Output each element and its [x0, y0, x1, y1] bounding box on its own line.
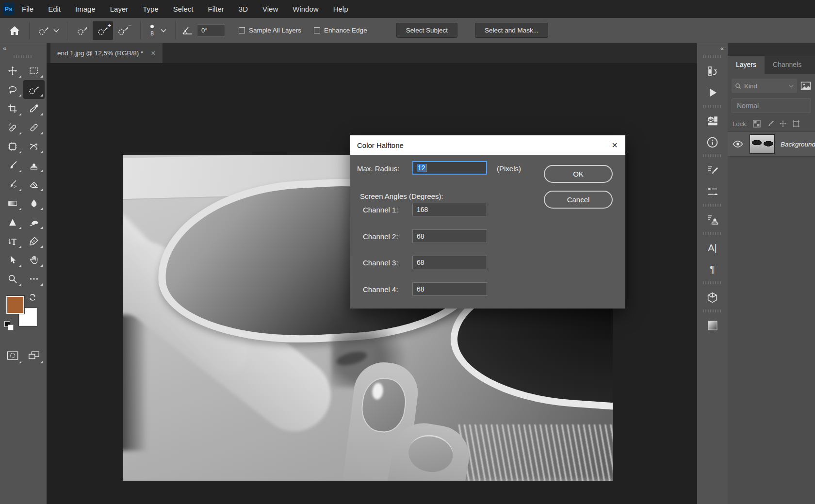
tab-channels[interactable]: Channels: [765, 56, 810, 74]
panel-grip[interactable]: [703, 309, 722, 312]
eyedropper-tool[interactable]: [23, 99, 45, 118]
menu-filter[interactable]: Filter: [201, 0, 231, 18]
panel-grip[interactable]: [703, 55, 722, 58]
channel-2-input[interactable]: 68: [412, 229, 487, 243]
healing-brush-tool[interactable]: [23, 118, 45, 137]
menu-3d[interactable]: 3D: [231, 0, 255, 18]
remove-tool[interactable]: [2, 137, 23, 156]
selection-brush-tool[interactable]: [23, 80, 45, 99]
panel-grip[interactable]: [14, 55, 33, 58]
spot-healing-brush-tool[interactable]: [2, 118, 23, 137]
enhance-edge-label: Enhance Edge: [324, 27, 367, 34]
menu-edit[interactable]: Edit: [41, 0, 68, 18]
content-aware-move-tool[interactable]: [23, 137, 45, 156]
blend-mode-dropdown[interactable]: Normal: [732, 98, 811, 113]
move-tool[interactable]: [2, 61, 23, 80]
cancel-button[interactable]: Cancel: [544, 191, 613, 209]
hand-tool[interactable]: [23, 250, 45, 269]
brush-settings-panel-icon[interactable]: [702, 160, 723, 180]
3d-panel-icon[interactable]: [702, 287, 723, 308]
max-radius-input[interactable]: 12: [412, 161, 487, 175]
clone-source-panel-icon[interactable]: [702, 210, 723, 230]
brush-tool[interactable]: [2, 156, 23, 175]
brushes-panel-icon[interactable]: [702, 181, 723, 202]
foreground-color-swatch[interactable]: [6, 296, 24, 314]
lock-image-brush-icon[interactable]: [766, 120, 774, 128]
menu-window[interactable]: Window: [285, 0, 326, 18]
rectangular-marquee-tool[interactable]: [23, 61, 45, 80]
home-icon[interactable]: [9, 25, 20, 36]
sample-all-layers-checkbox[interactable]: Sample All Layers: [239, 27, 301, 34]
document-tab[interactable]: end 1.jpg @ 12,5% (RGB/8) * ×: [50, 43, 163, 63]
gradients-panel-icon[interactable]: [702, 315, 723, 336]
clone-stamp-tool[interactable]: [23, 156, 45, 175]
character-panel-icon[interactable]: A|: [702, 238, 723, 258]
zoom-tool[interactable]: [2, 269, 23, 288]
layer-filter-kind-box[interactable]: Kind: [732, 79, 797, 93]
filter-pixel-layers-icon[interactable]: [800, 81, 811, 90]
lock-position-icon[interactable]: [779, 120, 787, 128]
menu-view[interactable]: View: [255, 0, 285, 18]
lasso-tool[interactable]: [2, 80, 23, 99]
layer-name[interactable]: Background: [781, 141, 815, 148]
lock-artboard-icon[interactable]: [792, 120, 800, 128]
new-selection-mode-button[interactable]: [72, 21, 93, 40]
panel-grip[interactable]: [703, 281, 722, 284]
dialog-title-bar[interactable]: Color Halftone ×: [350, 135, 625, 155]
collapse-tools-icon[interactable]: «: [0, 43, 47, 53]
dialog-close-icon[interactable]: ×: [612, 140, 618, 150]
menu-image[interactable]: Image: [68, 0, 103, 18]
history-panel-icon[interactable]: [702, 61, 723, 81]
path-selection-tool[interactable]: [2, 250, 23, 269]
panel-grip[interactable]: [703, 154, 722, 157]
quick-mask-mode-button[interactable]: [2, 345, 23, 366]
layer-visibility-eye-icon[interactable]: [733, 140, 743, 148]
menu-type[interactable]: Type: [135, 0, 166, 18]
select-subject-button[interactable]: Select Subject: [396, 23, 457, 38]
menu-select[interactable]: Select: [166, 0, 201, 18]
menu-layer[interactable]: Layer: [103, 0, 136, 18]
enhance-edge-checkbox[interactable]: Enhance Edge: [314, 27, 367, 34]
eraser-tool[interactable]: [23, 175, 45, 194]
swap-colors-icon[interactable]: [28, 293, 37, 302]
menu-file[interactable]: File: [15, 0, 41, 18]
collapse-dock-icon[interactable]: «: [697, 43, 728, 53]
default-colors-icon[interactable]: [4, 321, 15, 332]
photo-left-shadow: [123, 315, 148, 451]
brush-size-preview[interactable]: 8: [150, 25, 154, 36]
layer-row-background[interactable]: Background: [728, 131, 815, 157]
panel-grip[interactable]: [703, 105, 722, 108]
brush-size-chevron-icon[interactable]: [161, 29, 166, 33]
pen-tool[interactable]: [23, 231, 45, 250]
channel-1-input[interactable]: 168: [412, 203, 487, 216]
layer-thumbnail[interactable]: [750, 134, 775, 154]
tab-close-icon[interactable]: ×: [151, 49, 155, 58]
menu-help[interactable]: Help: [326, 0, 356, 18]
mixer-brush-tool[interactable]: [2, 175, 23, 194]
tab-layers[interactable]: Layers: [728, 56, 765, 74]
panel-grip[interactable]: [703, 204, 722, 207]
selection-brush-preset-icon[interactable]: [37, 25, 50, 36]
channel-3-input[interactable]: 68: [412, 256, 487, 269]
screen-mode-button[interactable]: [23, 345, 45, 366]
crop-tool[interactable]: [2, 99, 23, 118]
channel-4-input[interactable]: 68: [412, 282, 487, 296]
panel-grip[interactable]: [703, 232, 722, 235]
lock-transparency-icon[interactable]: [753, 120, 761, 128]
sharpen-tool[interactable]: [2, 212, 23, 231]
subtract-from-selection-mode-button[interactable]: −: [113, 21, 133, 40]
blur-tool[interactable]: [23, 194, 45, 212]
actions-panel-icon[interactable]: [702, 82, 723, 103]
smudge-tool[interactable]: [23, 212, 45, 231]
chevron-down-icon[interactable]: [53, 29, 59, 33]
paragraph-panel-icon[interactable]: ¶: [702, 259, 723, 279]
add-to-selection-mode-button[interactable]: +: [93, 21, 113, 40]
info-panel-icon[interactable]: [702, 132, 723, 152]
angle-input[interactable]: 0°: [197, 24, 225, 37]
libraries-panel-icon[interactable]: [702, 111, 723, 131]
ok-button[interactable]: OK: [544, 165, 613, 183]
type-tool[interactable]: [2, 231, 23, 250]
edit-toolbar-ellipsis-icon[interactable]: [23, 269, 45, 288]
select-and-mask-button[interactable]: Select and Mask...: [475, 23, 548, 38]
gradient-tool[interactable]: [2, 194, 23, 212]
